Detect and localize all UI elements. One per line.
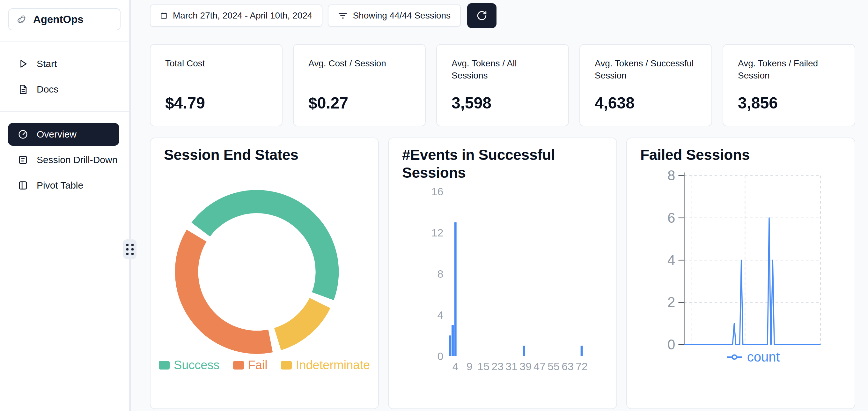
sidebar-item-docs[interactable]: Docs [0, 78, 129, 101]
session-filter-button[interactable]: Showing 44/44 Sessions [328, 4, 461, 27]
stat-card: Avg. Tokens / Successful Session4,638 [580, 44, 712, 126]
count-line [684, 218, 820, 345]
stat-card: Total Cost$4.79 [150, 44, 282, 126]
failed-sessions-card: Failed Sessions 02468 count [626, 138, 855, 409]
sidebar-item-label: Session Drill-Down [37, 154, 117, 165]
legend-item-fail[interactable]: Fail [233, 358, 268, 372]
sidebar-item-overview[interactable]: Overview [8, 123, 119, 146]
x-tick-label: 47 [533, 360, 546, 372]
refresh-button[interactable] [467, 3, 496, 28]
stat-value: $4.79 [165, 94, 267, 112]
y-tick-label: 6 [668, 210, 675, 226]
stat-card: Avg. Cost / Session$0.27 [293, 44, 426, 126]
stat-card: Avg. Tokens / Failed Session3,856 [722, 44, 855, 126]
stat-value: 3,856 [738, 94, 840, 112]
sidebar-menu-top: StartDocs [0, 52, 129, 101]
events-histogram-card: #Events in Successful Sessions 048121649… [388, 138, 617, 409]
gauge-icon [18, 129, 28, 140]
x-tick-label: 55 [548, 360, 560, 372]
y-tick-label: 4 [437, 309, 443, 321]
x-tick-label: 15 [477, 360, 490, 372]
stat-value: 3,598 [452, 94, 554, 112]
x-tick-label: 23 [491, 360, 503, 372]
session-end-states-card: Session End States SuccessFailIndetermin… [150, 138, 379, 409]
stat-label: Avg. Tokens / All Sessions [452, 57, 554, 81]
x-tick-label: 63 [562, 360, 574, 372]
sidebar: AgentOps StartDocs OverviewSession Drill… [0, 0, 131, 411]
stat-label: Avg. Tokens / Failed Session [738, 57, 840, 81]
legend-label: Fail [248, 358, 268, 372]
main-content: March 27th, 2024 - April 10th, 2024 Show… [131, 0, 868, 411]
sidebar-item-start[interactable]: Start [0, 52, 129, 75]
line-chart-legend[interactable]: count [684, 349, 822, 365]
calendar-icon [160, 12, 168, 20]
sidebar-divider [0, 111, 129, 112]
y-tick-label: 8 [668, 168, 675, 183]
agentops-dashboard: AgentOps StartDocs OverviewSession Drill… [0, 0, 868, 411]
legend-swatch [159, 361, 169, 370]
x-tick-label: 31 [505, 360, 518, 372]
sidebar-item-label: Docs [37, 84, 58, 95]
stat-card: Avg. Tokens / All Sessions3,598 [436, 44, 569, 126]
stat-value: 4,638 [595, 94, 697, 112]
legend-item-success[interactable]: Success [159, 358, 220, 372]
y-tick-label: 12 [431, 227, 443, 239]
y-tick-label: 4 [668, 252, 675, 268]
logo-text: AgentOps [33, 13, 84, 26]
play-icon [18, 58, 28, 69]
x-tick-label: 9 [467, 360, 473, 372]
histogram-bar [455, 223, 457, 356]
line-legend-marker-icon [726, 354, 743, 360]
session-filter-label: Showing 44/44 Sessions [353, 10, 451, 21]
charts-row: Session End States SuccessFailIndetermin… [150, 138, 855, 409]
legend-item-indeterminate[interactable]: Indeterminate [281, 358, 370, 372]
y-tick-label: 16 [431, 185, 443, 198]
legend-label: Success [174, 358, 220, 372]
donut-segment-indeterminate [278, 303, 320, 339]
donut-segment-success [201, 202, 327, 296]
stat-value: $0.27 [308, 94, 410, 112]
y-tick-label: 2 [668, 294, 675, 310]
sidebar-item-session-drill-down[interactable]: Session Drill-Down [0, 148, 129, 171]
y-tick-label: 0 [437, 350, 443, 362]
line-legend-label: count [747, 349, 780, 365]
x-tick-label: 4 [453, 360, 459, 372]
sidebar-item-label: Pivot Table [37, 180, 83, 191]
x-tick-label: 39 [520, 360, 532, 372]
stats-row: Total Cost$4.79Avg. Cost / Session$0.27A… [150, 44, 855, 126]
stat-label: Total Cost [165, 57, 267, 69]
sidebar-menu-main: OverviewSession Drill-DownPivot Table [0, 123, 129, 197]
date-range-button[interactable]: March 27th, 2024 - April 10th, 2024 [150, 4, 322, 27]
sidebar-item-pivot-table[interactable]: Pivot Table [0, 174, 129, 197]
date-range-label: March 27th, 2024 - April 10th, 2024 [173, 10, 312, 21]
histogram-bar [449, 335, 451, 356]
x-tick-label: 72 [576, 360, 588, 372]
histogram-bar [581, 346, 583, 356]
filter-icon [338, 11, 348, 21]
histogram-bar [523, 346, 525, 356]
donut-legend: SuccessFailIndeterminate [151, 358, 378, 372]
y-tick-label: 0 [668, 336, 675, 352]
topbar: March 27th, 2024 - April 10th, 2024 Show… [150, 3, 855, 28]
sidebar-resize-handle[interactable] [123, 239, 136, 259]
legend-swatch [233, 361, 244, 370]
sidebar-item-label: Start [37, 58, 57, 69]
y-tick-label: 8 [437, 268, 443, 280]
docs-icon [18, 84, 28, 95]
stat-label: Avg. Cost / Session [308, 57, 410, 69]
drilldown-icon [18, 154, 28, 165]
donut-segment-fail [187, 235, 271, 342]
stat-label: Avg. Tokens / Successful Session [595, 57, 697, 81]
refresh-icon [476, 10, 487, 21]
agentops-logo-icon [17, 14, 27, 25]
legend-label: Indeterminate [296, 358, 370, 372]
logo[interactable]: AgentOps [8, 8, 121, 30]
pivot-icon [18, 180, 28, 191]
histogram-bar [452, 325, 454, 356]
failed-sessions-line-chart: 02468 [627, 138, 855, 408]
events-bar-chart: 0481216491523313947556372 [389, 138, 616, 408]
sidebar-divider [0, 41, 129, 41]
sidebar-item-label: Overview [37, 129, 76, 140]
legend-swatch [281, 361, 292, 370]
